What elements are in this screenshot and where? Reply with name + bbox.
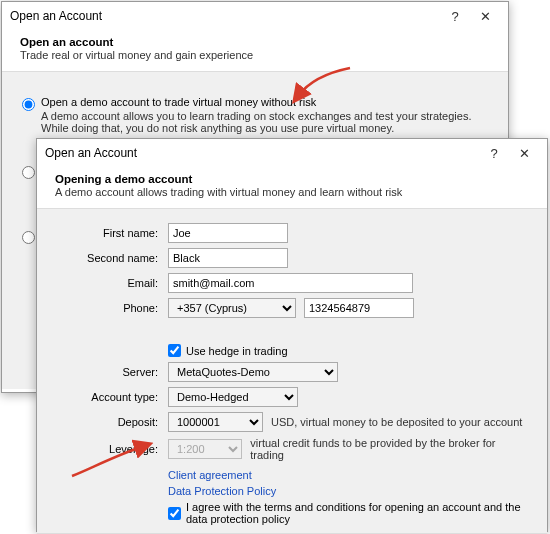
radio-demo-label: Open a demo account to trade virtual mon…	[41, 96, 488, 108]
radio-demo-desc: A demo account allows you to learn tradi…	[41, 110, 488, 134]
close-icon[interactable]: ✕	[470, 9, 500, 24]
email-field[interactable]	[168, 273, 413, 293]
label-leverage: Leverage:	[55, 443, 160, 455]
header-title: Open an account	[20, 36, 490, 48]
dialog-title: Open an Account	[45, 146, 479, 160]
header-subtitle: Trade real or virtual money and gain exp…	[20, 49, 490, 61]
header-subtitle: A demo account allows trading with virtu…	[55, 186, 529, 198]
use-hedge-label: Use hedge in trading	[186, 345, 288, 357]
dialog-open-account-step2: Open an Account ? ✕ Opening a demo accou…	[36, 138, 548, 532]
dialog-title: Open an Account	[10, 9, 440, 23]
second-name-field[interactable]	[168, 248, 288, 268]
header-title: Opening a demo account	[55, 173, 529, 185]
leverage-hint: virtual credit funds to be provided by t…	[250, 437, 529, 461]
label-deposit: Deposit:	[55, 416, 160, 428]
dialog-body: First name: Second name: Email: Phone: +…	[37, 208, 547, 533]
label-phone: Phone:	[55, 302, 160, 314]
close-icon[interactable]: ✕	[509, 146, 539, 161]
titlebar-step2: Open an Account ? ✕	[37, 139, 547, 167]
label-email: Email:	[55, 277, 160, 289]
links-block: Client agreement Data Protection Policy	[168, 469, 529, 497]
radio-demo-account[interactable]: Open a demo account to trade virtual mon…	[2, 92, 508, 138]
first-name-field[interactable]	[168, 223, 288, 243]
help-icon[interactable]: ?	[440, 9, 470, 24]
client-agreement-link[interactable]: Client agreement	[168, 469, 529, 481]
form-grid: First name: Second name: Email: Phone: +…	[55, 223, 529, 461]
help-icon[interactable]: ?	[479, 146, 509, 161]
phone-number-field[interactable]	[304, 298, 414, 318]
server-select[interactable]: MetaQuotes-Demo	[168, 362, 338, 382]
phone-code-select[interactable]: +357 (Cyprus)	[168, 298, 296, 318]
deposit-hint: USD, virtual money to be deposited to yo…	[271, 416, 522, 428]
label-second-name: Second name:	[55, 252, 160, 264]
use-hedge-checkbox[interactable]	[168, 344, 181, 357]
titlebar-step1: Open an Account ? ✕	[2, 2, 508, 30]
agree-label: I agree with the terms and conditions fo…	[186, 501, 529, 525]
dialog-header: Opening a demo account A demo account al…	[37, 167, 547, 208]
radio-option-2-input[interactable]	[22, 166, 35, 179]
data-protection-policy-link[interactable]: Data Protection Policy	[168, 485, 529, 497]
dialog-header: Open an account Trade real or virtual mo…	[2, 30, 508, 71]
radio-demo-input[interactable]	[22, 98, 35, 111]
deposit-select[interactable]: 1000001	[168, 412, 263, 432]
label-server: Server:	[55, 366, 160, 378]
account-type-select[interactable]: Demo-Hedged	[168, 387, 298, 407]
leverage-select: 1:200	[168, 439, 242, 459]
agree-checkbox[interactable]	[168, 507, 181, 520]
label-account-type: Account type:	[55, 391, 160, 403]
label-first-name: First name:	[55, 227, 160, 239]
radio-option-3-input[interactable]	[22, 231, 35, 244]
